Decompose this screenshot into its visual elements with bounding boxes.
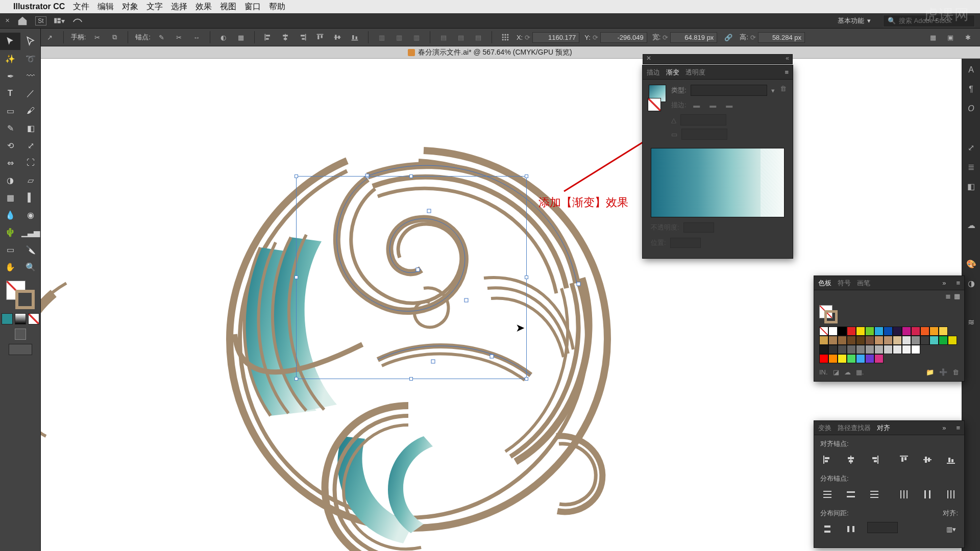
delete-swatch-icon[interactable]: 🗑	[952, 368, 959, 376]
link-wh-icon[interactable]: 🔗	[722, 31, 734, 43]
swatch[interactable]	[819, 336, 828, 345]
gradient-aspect-input[interactable]	[681, 129, 727, 140]
dist-top-icon[interactable]: ▤	[437, 31, 450, 43]
panel-titlebar[interactable]: ✕«	[643, 54, 793, 64]
align-to-pixel-icon[interactable]: ▦	[235, 31, 247, 43]
swatch[interactable]	[819, 327, 828, 336]
menu-file[interactable]: 文件	[73, 2, 89, 12]
h-value-input[interactable]: 58.284 px	[758, 32, 805, 43]
swatch[interactable]	[874, 327, 884, 336]
swatch[interactable]	[874, 354, 884, 363]
swatch-group-icon[interactable]: ▦.	[856, 368, 864, 376]
gradient-type-dropdown[interactable]	[691, 85, 767, 96]
draw-normal-icon[interactable]	[15, 329, 26, 340]
swatch[interactable]	[902, 345, 911, 354]
reference-point-icon[interactable]	[499, 31, 511, 43]
line-tool[interactable]: ／	[20, 85, 41, 102]
swatch-fill-stroke[interactable]	[819, 305, 838, 323]
align-right-btn[interactable]	[867, 453, 881, 467]
swatch[interactable]	[874, 336, 884, 345]
align-to-dropdown[interactable]: ▥▾	[944, 522, 958, 536]
eraser-tool[interactable]: ◧	[20, 119, 41, 137]
swatch[interactable]	[847, 327, 856, 336]
tab-align[interactable]: 对齐	[877, 423, 890, 433]
dist-hcenter-icon[interactable]: ▥	[393, 31, 405, 43]
swatch[interactable]	[929, 327, 939, 336]
tab-brushes[interactable]: 画笔	[857, 279, 870, 288]
column-graph-tool[interactable]: ▁▃▅	[20, 223, 41, 241]
arrange-icon[interactable]: ▾	[54, 15, 65, 27]
stock-icon[interactable]: St	[35, 16, 46, 26]
dist-vspace-btn[interactable]	[820, 522, 835, 536]
shaper-tool[interactable]: ✎	[0, 119, 20, 137]
swatch[interactable]	[893, 336, 902, 345]
swatch-list-view-icon[interactable]: ≣	[945, 292, 951, 300]
swatch[interactable]	[838, 354, 847, 363]
swatch[interactable]	[939, 336, 948, 345]
swatch[interactable]	[893, 345, 902, 354]
dist-right-icon[interactable]: ▥	[410, 31, 423, 43]
tab-gradient[interactable]: 渐变	[666, 68, 679, 77]
swatch[interactable]	[865, 336, 874, 345]
selection-tool[interactable]	[0, 33, 20, 50]
new-color-group-icon[interactable]: 📁	[926, 368, 934, 376]
symbol-sprayer-tool[interactable]: 🌵	[0, 223, 20, 241]
selection-bounding-box[interactable]	[296, 176, 527, 379]
swatch-libraries-icon[interactable]: IN.	[819, 368, 828, 376]
mini-none-swatch[interactable]	[28, 313, 39, 324]
mini-color-swatch[interactable]	[2, 313, 13, 324]
align-vcenter-icon[interactable]	[331, 31, 344, 43]
appearance-panel-icon[interactable]: ◑	[965, 277, 977, 289]
panel-menu-icon[interactable]: ≡	[785, 68, 789, 76]
blend-tool[interactable]: ◉	[20, 206, 41, 223]
dist-hspace-btn[interactable]	[844, 522, 858, 536]
magic-wand-tool[interactable]: ✨	[0, 50, 20, 67]
swatch[interactable]	[838, 345, 847, 354]
x-value-input[interactable]: 1160.177	[532, 32, 579, 43]
asset-panel-icon[interactable]: ◧	[965, 180, 977, 192]
search-box[interactable]: 🔍 搜索 Adobe Stock	[883, 15, 975, 27]
swatches-menu-icon[interactable]: ≡	[956, 279, 960, 287]
fill-stroke-indicator[interactable]	[6, 281, 35, 309]
align-vcenter-btn[interactable]	[920, 453, 935, 467]
swatch[interactable]	[838, 327, 847, 336]
swatch[interactable]	[856, 345, 865, 354]
menu-type[interactable]: 文字	[146, 2, 163, 12]
dist-left-btn[interactable]	[897, 487, 911, 502]
slice-tool[interactable]: 🔪	[20, 241, 41, 258]
swatch[interactable]	[939, 327, 948, 336]
gradient-position-input[interactable]	[670, 238, 701, 248]
menu-help[interactable]: 帮助	[269, 2, 285, 12]
align-menu-icon[interactable]: ≡	[956, 424, 960, 432]
align-top-icon[interactable]	[314, 31, 326, 43]
align-hcenter-btn[interactable]	[844, 453, 858, 467]
stroke-swatch[interactable]	[15, 290, 35, 309]
menu-select[interactable]: 选择	[171, 2, 187, 12]
swatch[interactable]	[828, 345, 838, 354]
swatch[interactable]	[828, 336, 838, 345]
align-bottom-btn[interactable]	[944, 453, 958, 467]
gradient-angle-input[interactable]	[680, 114, 726, 126]
swatch[interactable]	[847, 345, 856, 354]
swatch[interactable]	[819, 345, 828, 354]
delete-gradient-icon[interactable]: 🗑	[780, 85, 787, 92]
artboard-tool[interactable]: ▭	[0, 241, 20, 258]
menu-view[interactable]: 视图	[220, 2, 236, 12]
dist-left-icon[interactable]: ▥	[376, 31, 388, 43]
isolate-icon[interactable]: ◐	[217, 31, 230, 43]
gradient-ramp[interactable]	[651, 148, 785, 217]
swatch-kind-menu-icon[interactable]: ◪	[833, 368, 839, 376]
rectangle-tool[interactable]: ▭	[0, 102, 20, 119]
dist-top-btn[interactable]	[820, 487, 835, 502]
swatch[interactable]	[865, 327, 874, 336]
swatch[interactable]	[893, 327, 902, 336]
new-swatch-icon[interactable]: ➕	[939, 368, 947, 376]
dist-hcenter-btn[interactable]	[920, 487, 935, 502]
home-icon[interactable]	[17, 15, 28, 27]
opentype-panel-icon[interactable]: O	[965, 103, 977, 115]
zoom-tool[interactable]: 🔍	[20, 258, 41, 276]
tab-stroke[interactable]: 描边	[647, 68, 660, 77]
dist-bottom-icon[interactable]: ▤	[472, 31, 484, 43]
anchor-connect-icon[interactable]: ↔	[190, 31, 203, 43]
swatch[interactable]	[920, 327, 929, 336]
